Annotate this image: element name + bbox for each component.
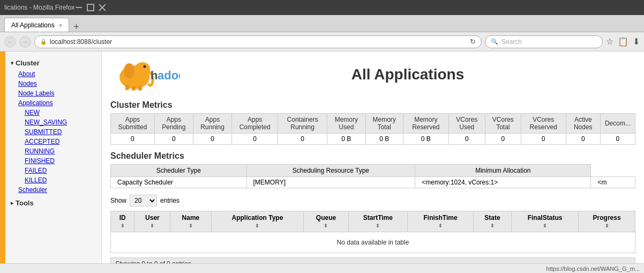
sidebar-item-accepted[interactable]: ACCEPTED: [5, 137, 101, 146]
window-controls: [74, 3, 107, 12]
header-area: h adoop All Applications: [110, 57, 635, 92]
sidebar-item-failed[interactable]: FAILED: [5, 166, 101, 175]
apps-col-header: Queue⇕: [304, 211, 348, 232]
scheduler-value: <m: [591, 177, 635, 188]
reload-button[interactable]: ↻: [470, 38, 476, 46]
no-data-cell: No data available in table: [111, 232, 635, 253]
scheduler-metrics-title: Scheduler Metrics: [110, 151, 635, 161]
apps-col-header: User⇕: [134, 211, 170, 232]
show-select[interactable]: 20 50 100: [130, 195, 157, 206]
cluster-metrics-title: Cluster Metrics: [110, 100, 635, 110]
cluster-metric-value: 0: [111, 134, 155, 145]
nav-icons: ☆ 📋 ⬇: [606, 36, 640, 47]
svg-rect-8: [125, 85, 129, 90]
apps-col-header: StartTime⇕: [348, 211, 408, 232]
bookmark-icon[interactable]: ☆: [606, 36, 613, 47]
cluster-section-header[interactable]: ▾ Cluster: [5, 57, 101, 69]
status-url: https://blog.csdn.net/WANG_G_m...: [546, 265, 640, 272]
scheduler-col-header: Minimum Allocation: [415, 165, 591, 177]
svg-rect-10: [138, 86, 142, 91]
browser-navbar: ← → 🔒 localhost:8088/cluster ↻ 🔍 Search …: [0, 32, 644, 51]
url-bar[interactable]: 🔒 localhost:8088/cluster ↻: [34, 35, 482, 48]
search-placeholder: Search: [501, 38, 522, 46]
apps-col-header: Application Type⇕: [211, 211, 304, 232]
cluster-metric-col-header: Decom...: [600, 114, 635, 134]
active-tab[interactable]: All Applications ×: [4, 18, 69, 32]
url-text: localhost:8088/cluster: [50, 38, 467, 46]
cluster-metric-value: 0 B: [365, 134, 403, 145]
sidebar-item-killed[interactable]: KILLED: [5, 175, 101, 185]
svg-text:h: h: [151, 69, 158, 82]
hadoop-logo: h adoop: [110, 57, 180, 92]
cluster-metric-value: 0: [600, 134, 635, 145]
cluster-metric-col-header: Containers Running: [278, 114, 327, 134]
cluster-metric-value: 0: [448, 134, 485, 145]
cluster-metric-col-header: Memory Used: [327, 114, 365, 134]
lock-icon: 🔒: [40, 39, 47, 45]
sidebar-item-finished[interactable]: FINISHED: [5, 156, 101, 166]
cluster-metric-col-header: VCores Total: [485, 114, 521, 134]
back-button[interactable]: ←: [4, 36, 16, 48]
cluster-metrics-table: Apps SubmittedApps PendingApps RunningAp…: [110, 113, 635, 145]
browser-titlebar: lications - Mozilla Firefox: [0, 0, 644, 15]
svg-point-5: [135, 62, 150, 75]
titlebar-title: lications - Mozilla Firefox: [4, 4, 74, 11]
apps-col-header: FinishTime⇕: [408, 211, 474, 232]
browser-tabbar: All Applications × +: [0, 15, 644, 32]
sidebar-item-scheduler[interactable]: Scheduler: [5, 185, 101, 195]
cluster-section: ▾ Cluster About Nodes Node Labels Applic…: [5, 57, 101, 195]
cluster-metric-value: 0: [521, 134, 566, 145]
cluster-metric-col-header: Memory Total: [365, 114, 403, 134]
page-wrapper: ▾ Cluster About Nodes Node Labels Applic…: [0, 51, 644, 273]
cluster-metric-col-header: Apps Submitted: [111, 114, 155, 134]
no-data-row: No data available in table: [111, 232, 635, 253]
svg-point-6: [124, 63, 134, 78]
svg-rect-0: [76, 7, 82, 8]
sidebar-item-new[interactable]: NEW: [5, 108, 101, 117]
scheduler-metrics-table: Scheduler TypeScheduling Resource TypeMi…: [110, 164, 635, 188]
sidebar-item-about[interactable]: About: [5, 69, 101, 79]
sidebar: ▾ Cluster About Nodes Node Labels Applic…: [5, 51, 102, 273]
apps-col-header: Progress⇕: [579, 211, 635, 232]
scheduler-col-header: Scheduling Resource Type: [246, 165, 415, 177]
cluster-metric-value: 0 B: [403, 134, 448, 145]
svg-rect-1: [87, 4, 94, 11]
tools-section-header[interactable]: ▸ Tools: [5, 197, 101, 209]
cluster-metric-col-header: Apps Running: [193, 114, 232, 134]
sidebar-item-applications[interactable]: Applications: [5, 98, 101, 108]
forward-button[interactable]: →: [19, 36, 31, 48]
apps-col-header: FinalStatus⇕: [511, 211, 578, 232]
bookmarks-list-icon[interactable]: 📋: [618, 36, 628, 47]
scheduler-value: <memory:1024, vCores:1>: [415, 177, 591, 188]
new-tab-button[interactable]: +: [69, 22, 84, 32]
show-label: Show: [110, 197, 126, 204]
cluster-metric-col-header: Memory Reserved: [403, 114, 448, 134]
sidebar-item-new-saving[interactable]: NEW_SAVING: [5, 117, 101, 127]
status-bar: https://blog.csdn.net/WANG_G_m...: [0, 263, 644, 273]
apps-col-header: State⇕: [473, 211, 511, 232]
entries-label: entries: [160, 197, 179, 204]
sidebar-item-nodes[interactable]: Nodes: [5, 79, 101, 88]
sidebar-item-node-labels[interactable]: Node Labels: [5, 88, 101, 98]
apps-col-header: Name⇕: [170, 211, 211, 232]
tab-label: All Applications: [11, 21, 55, 29]
cluster-metric-value: 0: [232, 134, 278, 145]
sidebar-item-submitted[interactable]: SUBMITTED: [5, 127, 101, 137]
sidebar-item-running[interactable]: RUNNING: [5, 146, 101, 156]
cluster-metric-col-header: VCores Used: [448, 114, 485, 134]
svg-text:adoop: adoop: [158, 69, 180, 82]
search-bar[interactable]: 🔍 Search: [485, 35, 603, 48]
cluster-metric-value: 0: [193, 134, 232, 145]
cluster-metric-col-header: Apps Completed: [232, 114, 278, 134]
tab-close-button[interactable]: ×: [59, 22, 62, 28]
cluster-label: Cluster: [16, 59, 40, 67]
left-accent-bar: [0, 51, 5, 273]
cluster-metric-col-header: VCores Reserved: [521, 114, 566, 134]
cluster-metric-col-header: Apps Pending: [154, 114, 193, 134]
show-entries: Show 20 50 100 entries: [110, 195, 635, 206]
cluster-metric-value: 0: [278, 134, 327, 145]
applications-table: ID⇕User⇕Name⇕Application Type⇕Queue⇕Star…: [110, 211, 635, 253]
page-title: All Applications: [180, 66, 635, 83]
cluster-metric-value: 0 B: [327, 134, 365, 145]
pocket-icon[interactable]: ⬇: [633, 36, 640, 47]
